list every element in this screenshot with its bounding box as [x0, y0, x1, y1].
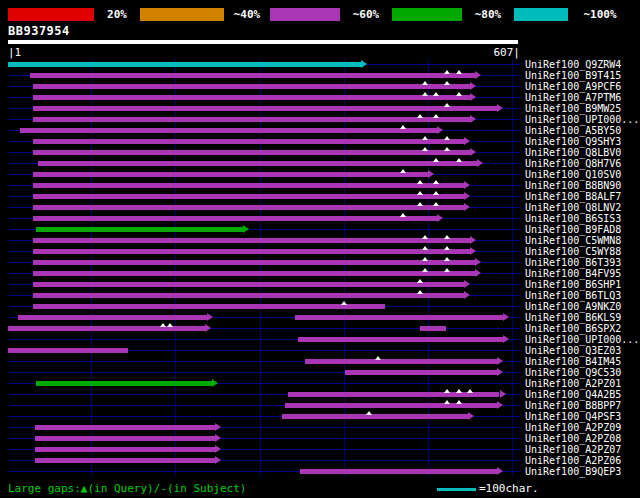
hit-label[interactable]: UniRef100_Q9SHY3: [525, 136, 621, 147]
hit-bar[interactable]: [33, 117, 470, 122]
hit-bar-arrowhead-icon: [475, 71, 481, 79]
hit-bar[interactable]: [35, 425, 215, 430]
hit-label[interactable]: UniRef100_Q9C530: [525, 367, 621, 378]
hit-bar[interactable]: [33, 304, 385, 309]
hit-bar[interactable]: [36, 381, 212, 386]
hit-bar[interactable]: [33, 271, 475, 276]
hit-bar[interactable]: [38, 161, 477, 166]
hit-label[interactable]: UniRef100_B9T415: [525, 70, 621, 81]
hit-label[interactable]: UniRef100_B9MW25: [525, 103, 621, 114]
alignment-row: [8, 334, 522, 345]
hit-label[interactable]: UniRef100_B8BPP7: [525, 400, 621, 411]
hit-label[interactable]: UniRef100_B6SHP1: [525, 279, 621, 290]
hit-bar[interactable]: [8, 326, 205, 331]
hit-label[interactable]: UniRef100_Q9ZRW4: [525, 59, 621, 70]
hit-label[interactable]: UniRef100_A9PCF6: [525, 81, 621, 92]
hit-label[interactable]: UniRef100_B6TLQ3: [525, 290, 621, 301]
hit-label[interactable]: UniRef100_A2PZ09: [525, 422, 621, 433]
hit-bar[interactable]: [33, 205, 464, 210]
scale-sample-line-icon: [437, 488, 476, 491]
hit-label[interactable]: UniRef100_B9QEP3: [525, 466, 621, 477]
hit-label[interactable]: UniRef100_Q8H7V6: [525, 158, 621, 169]
hit-label[interactable]: UniRef100_C5WY88: [525, 246, 621, 257]
hit-bar-arrowhead-icon: [361, 60, 367, 68]
hit-bar[interactable]: [33, 183, 464, 188]
hit-bar-arrowhead-icon: [470, 236, 476, 244]
alignment-row: [8, 268, 522, 279]
hit-label[interactable]: UniRef100_B6KLS9: [525, 312, 621, 323]
hit-bar[interactable]: [295, 315, 503, 320]
hit-bar[interactable]: [36, 227, 243, 232]
hit-bar[interactable]: [35, 458, 215, 463]
hit-bar[interactable]: [35, 447, 215, 452]
hit-bar[interactable]: [30, 73, 475, 78]
hit-bar[interactable]: [35, 436, 215, 441]
hit-bar[interactable]: [33, 172, 428, 177]
hit-label[interactable]: UniRef100_Q3EZ03: [525, 345, 621, 356]
hit-bar[interactable]: [33, 150, 470, 155]
hit-label[interactable]: UniRef100_A7PTM6: [525, 92, 621, 103]
hit-label[interactable]: UniRef100_A2PZ08: [525, 433, 621, 444]
hit-label[interactable]: UniRef100_A9NKZ0: [525, 301, 621, 312]
query-gap-marker-icon: [341, 301, 347, 305]
hit-bar[interactable]: [33, 216, 437, 221]
hit-bar[interactable]: [300, 469, 497, 474]
hit-bar[interactable]: [420, 326, 447, 331]
hit-bar[interactable]: [33, 139, 464, 144]
hit-label[interactable]: UniRef100_A2PZ07: [525, 444, 621, 455]
hit-label[interactable]: UniRef100_Q4PSF3: [525, 411, 621, 422]
alignment-row: [8, 92, 522, 103]
hit-label[interactable]: UniRef100_B9FAD8: [525, 224, 621, 235]
hit-bar[interactable]: [285, 403, 497, 408]
hit-bar[interactable]: [298, 337, 503, 342]
hit-label[interactable]: UniRef100_UPI000...: [525, 114, 639, 125]
hit-bar[interactable]: [33, 84, 470, 89]
hit-label[interactable]: UniRef100_C5WMN8: [525, 235, 621, 246]
hit-label[interactable]: UniRef100_B8ALF7: [525, 191, 621, 202]
query-gap-marker-icon: [444, 235, 450, 239]
axis-end-label: 607|: [494, 46, 521, 59]
hit-bar[interactable]: [33, 249, 470, 254]
alignment-row: [8, 81, 522, 92]
hit-bar[interactable]: [33, 260, 475, 265]
alignment-row: [8, 114, 522, 125]
hit-label[interactable]: UniRef100_UPI000...: [525, 334, 639, 345]
query-gap-marker-icon: [422, 235, 428, 239]
identity-scale-bar: 20%~40%~60%~80%~100%: [8, 8, 632, 21]
hit-bar[interactable]: [345, 370, 497, 375]
footer: Large gaps:▲(in Query)/-(in Subject) =10…: [0, 481, 640, 497]
hit-bar[interactable]: [33, 282, 464, 287]
identity-scale-segment: [392, 8, 462, 21]
hit-label[interactable]: UniRef100_A2PZ01: [525, 378, 621, 389]
hit-label[interactable]: UniRef100_B6T393: [525, 257, 621, 268]
hit-label[interactable]: UniRef100_B4IM45: [525, 356, 621, 367]
hit-label[interactable]: UniRef100_Q8LBV0: [525, 147, 621, 158]
hit-bar[interactable]: [18, 315, 207, 320]
hit-bar[interactable]: [282, 414, 468, 419]
hit-label[interactable]: UniRef100_A2PZ06: [525, 455, 621, 466]
hit-bar-arrowhead-icon: [500, 390, 506, 398]
hit-bar[interactable]: [8, 348, 128, 353]
hit-label[interactable]: UniRef100_B8BN90: [525, 180, 621, 191]
hit-label[interactable]: UniRef100_Q10SV0: [525, 169, 621, 180]
hit-bar[interactable]: [20, 128, 437, 133]
query-gap-marker-icon: [422, 257, 428, 261]
hit-bar[interactable]: [305, 359, 497, 364]
hit-label[interactable]: UniRef100_B6SPX2: [525, 323, 621, 334]
hit-bar[interactable]: [33, 293, 464, 298]
alignment-row: [8, 367, 522, 378]
hit-label[interactable]: UniRef100_Q8LNV2: [525, 202, 621, 213]
hit-bar[interactable]: [8, 62, 361, 67]
hit-bar[interactable]: [33, 106, 497, 111]
identity-scale-segment: [514, 8, 568, 21]
hit-label[interactable]: UniRef100_B6SIS3: [525, 213, 621, 224]
hit-label[interactable]: UniRef100_B4FV95: [525, 268, 621, 279]
hit-label[interactable]: UniRef100_Q4A2B5: [525, 389, 621, 400]
alignment-plot: [8, 59, 522, 477]
hit-bar[interactable]: [33, 238, 470, 243]
query-gap-marker-icon: [160, 323, 166, 327]
hit-label[interactable]: UniRef100_A5BY50: [525, 125, 621, 136]
hit-bar[interactable]: [33, 95, 470, 100]
hit-bar[interactable]: [33, 194, 464, 199]
identity-scale-segment: [140, 8, 224, 21]
